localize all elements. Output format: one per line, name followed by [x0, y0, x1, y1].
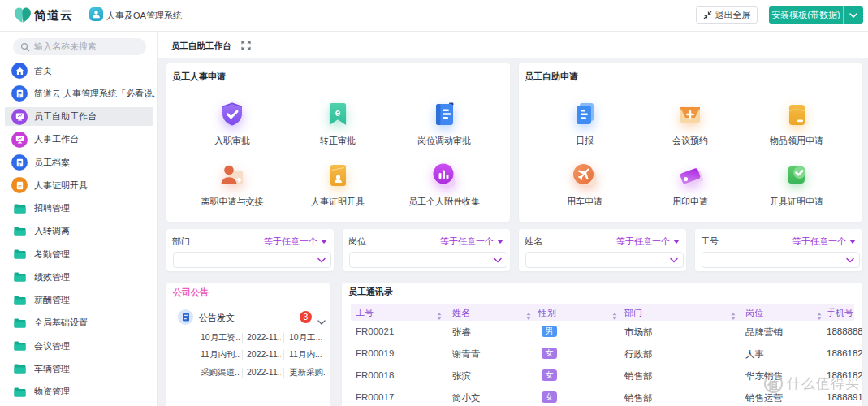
svg-text:e: e — [335, 107, 341, 119]
